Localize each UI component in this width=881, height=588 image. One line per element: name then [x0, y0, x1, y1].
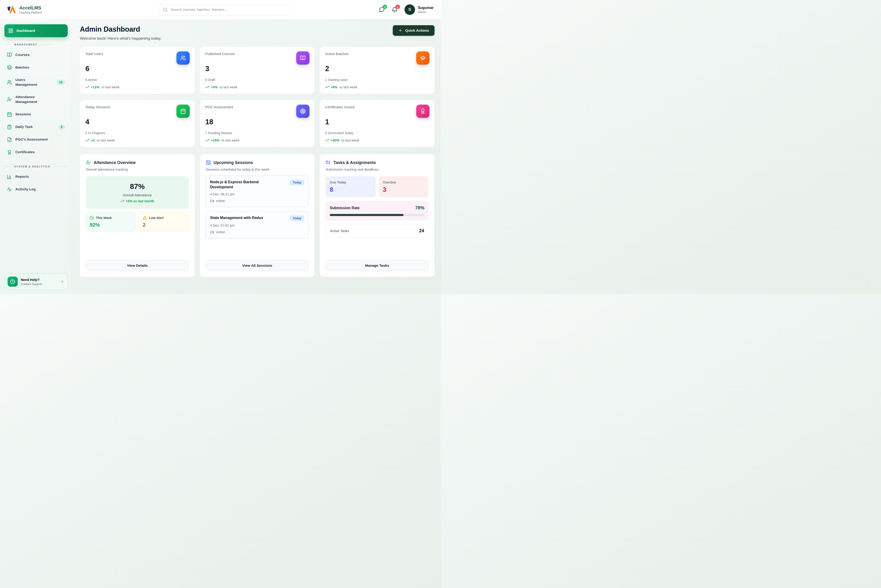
user-role: Admin: [418, 10, 434, 14]
award-icon: [7, 150, 12, 155]
attendance-overview-panel: Attendance Overview Overall attendance t…: [80, 154, 195, 277]
stat-title: Published Courses: [205, 52, 309, 56]
sidebar-item-activity-log[interactable]: Activity Log: [4, 184, 68, 195]
stat-title: POC Assessment: [205, 105, 309, 109]
upcoming-sessions-panel: Upcoming Sessions Sessions scheduled for…: [200, 154, 315, 277]
sidebar-item-certificates[interactable]: Certificates: [4, 147, 68, 158]
overdue-label: Overdue: [383, 180, 425, 184]
help-card[interactable]: Need Help? Contact Support: [4, 273, 68, 290]
low-alert-label: Low Alert: [149, 216, 164, 220]
user-check-icon: [86, 160, 91, 165]
panels-row: Attendance Overview Overall attendance t…: [80, 154, 435, 277]
stat-card-poc-assessment: POC Assessment 18 7 Pending Review +15% …: [200, 100, 315, 147]
stat-card-active-batches: Active Batches 2 1 Starting soon +8% vs …: [320, 47, 435, 94]
sidebar-item-label: Batches: [15, 65, 29, 70]
active-tasks-row: Active Tasks 24: [326, 224, 429, 238]
trending-up-icon: [205, 85, 209, 89]
stat-value: 18: [205, 118, 309, 126]
view-details-button[interactable]: View Details: [86, 260, 189, 271]
help-title: Need Help?: [21, 278, 42, 282]
trending-up-icon: [205, 138, 209, 142]
stat-card-certificates-issued: Certificates Issued 1 0 Generated Today …: [320, 100, 435, 147]
this-week-label: This Week: [96, 216, 112, 220]
this-week-value: 92%: [90, 222, 132, 228]
stat-trend: +12%: [91, 85, 99, 89]
stat-subtitle: 0 Draft: [205, 78, 309, 82]
notifications-button[interactable]: 2: [392, 7, 398, 13]
submission-rate-value: 78%: [415, 205, 425, 210]
due-today-value: 8: [330, 186, 371, 194]
stats-row-1: Total Users 6 6 Active +12% vs last week…: [80, 47, 435, 94]
global-search[interactable]: [158, 4, 293, 15]
sidebar-item-label: Daily Task: [15, 124, 33, 129]
sidebar-item-users-management[interactable]: Users Management 12: [4, 74, 68, 90]
panel-subtitle: Sessions scheduled for today & this week: [206, 167, 309, 171]
sidebar-item-sessions[interactable]: Sessions: [4, 109, 68, 120]
search-input[interactable]: [171, 8, 288, 12]
session-card[interactable]: State Management with Redux Today 4 Dec,…: [206, 211, 309, 238]
stat-subtitle: 2 In Progress: [86, 131, 189, 135]
calendar-clock-icon: [206, 160, 211, 165]
daily-task-count-badge: 5: [58, 124, 65, 130]
messages-button[interactable]: 3: [379, 7, 385, 13]
quick-actions-button[interactable]: Quick Actions: [393, 25, 435, 36]
dashboard-icon: [8, 28, 13, 33]
stat-trend: +20%: [330, 138, 339, 142]
overall-attendance-value: 87%: [90, 182, 185, 191]
session-card[interactable]: Node.js & Express Backend Development To…: [206, 176, 309, 207]
sidebar-item-poc-assessment[interactable]: POC's Assessment: [4, 134, 68, 146]
due-today-box: Due Today 8: [326, 176, 375, 197]
section-system-analytics: SYSTEM & ANALYTICS: [5, 165, 67, 168]
due-today-label: Due Today: [330, 180, 371, 184]
sidebar-item-label: Sessions: [15, 112, 31, 117]
list-todo-icon: [326, 160, 330, 165]
sidebar-item-attendance-management[interactable]: Attendance Management: [4, 92, 68, 108]
stat-card-today-sessions: Today Sessions 4 2 In Progress +2 vs las…: [80, 100, 195, 147]
stat-trend: +15%: [211, 138, 219, 142]
notifications-count-badge: 2: [396, 4, 400, 9]
users-icon: [7, 80, 12, 85]
check-circle-icon: [90, 216, 94, 220]
session-day-badge: Today: [290, 180, 304, 185]
top-header: AccelLMS Learning Platform 3 2 S: [0, 0, 440, 19]
sidebar-item-reports[interactable]: Reports: [4, 171, 68, 183]
user-check-icon: [7, 97, 12, 102]
stat-trend: +5%: [211, 85, 218, 89]
overall-attendance-box: 87% Overall Attendance +5% vs last month: [86, 176, 189, 209]
active-tasks-value: 24: [419, 228, 424, 234]
submission-rate-box: Submission Rate 78%: [326, 201, 429, 220]
session-mode: online: [216, 199, 225, 203]
sidebar-item-label: Certificates: [15, 150, 35, 154]
submission-rate-progress-fill: [330, 214, 404, 216]
submission-rate-label: Submission Rate: [330, 206, 360, 210]
stat-title: Certificates Issued: [325, 105, 429, 109]
stat-card-total-users: Total Users 6 6 Active +12% vs last week: [80, 47, 195, 94]
activity-icon: [7, 187, 12, 192]
trending-up-icon: [325, 138, 329, 142]
stat-card-published-courses: Published Courses 3 0 Draft +5% vs last …: [200, 47, 315, 94]
overdue-box: Overdue 3: [379, 176, 429, 197]
sidebar-item-label: Reports: [15, 174, 29, 179]
user-menu[interactable]: S Sugumar Admin: [404, 4, 434, 15]
stat-subtitle: 6 Active: [86, 78, 189, 82]
submission-rate-progress: [330, 214, 425, 216]
user-name: Sugumar: [418, 6, 434, 10]
sidebar-item-dashboard[interactable]: Dashboard: [4, 24, 68, 37]
sidebar-item-batches[interactable]: Batches: [4, 62, 68, 73]
sidebar-item-daily-task[interactable]: Daily Task 5: [4, 122, 68, 133]
video-icon: [210, 230, 214, 234]
file-check-icon: [7, 137, 12, 142]
plus-icon: [398, 28, 402, 33]
session-datetime: 4 Dec, 06:21 pm: [210, 192, 305, 196]
stat-trend-suffix: vs last week: [97, 138, 115, 142]
quick-actions-label: Quick Actions: [405, 28, 429, 33]
sidebar-item-courses[interactable]: Courses: [4, 49, 68, 60]
view-all-sessions-button[interactable]: View All Sessions: [206, 260, 309, 271]
stat-trend: +2: [91, 138, 95, 142]
chevron-right-icon: [60, 279, 64, 284]
panel-subtitle: Overall attendance tracking: [86, 167, 189, 171]
session-mode: online: [216, 230, 225, 234]
stat-trend-suffix: vs last week: [221, 138, 239, 142]
manage-tasks-button[interactable]: Manage Tasks: [326, 260, 429, 271]
this-week-box: This Week 92%: [86, 212, 136, 232]
